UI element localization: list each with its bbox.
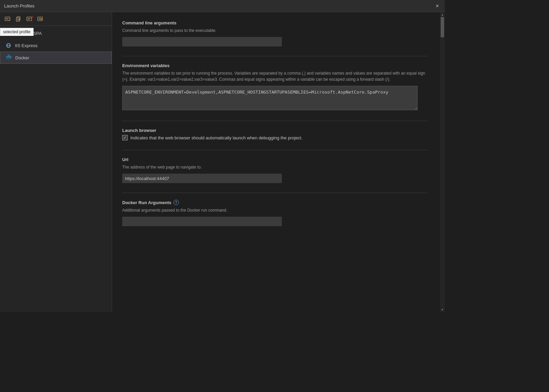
command-line-args-input[interactable] (122, 37, 282, 46)
docker-run-args-title: Docker Run Arguments (122, 200, 171, 205)
docker-run-args-help-icon[interactable]: ? (173, 200, 179, 205)
svg-rect-20 (6, 56, 8, 57)
svg-rect-22 (8, 55, 10, 56)
section-command-line-args: Command line arguments Command line argu… (122, 20, 428, 46)
launch-browser-title: Launch browser (122, 128, 428, 133)
scrollbar-track[interactable]: ▲ ▼ (440, 12, 445, 312)
section-env-vars: Environment variables The environment va… (122, 63, 428, 111)
command-line-args-title: Command line arguments (122, 20, 428, 25)
profile-list: Projects_SPA IIS Express (0, 26, 112, 312)
url-desc: The address of the web page to navigate … (122, 164, 428, 170)
svg-rect-21 (8, 56, 10, 57)
env-vars-textarea[interactable] (122, 86, 418, 110)
command-line-args-desc: Command line arguments to pass to the ex… (122, 27, 428, 34)
window-title: Launch Profiles (4, 3, 35, 8)
add-profile-button[interactable]: + (3, 15, 12, 23)
copy-profile-button[interactable] (14, 15, 23, 23)
divider-1 (122, 56, 428, 56)
divider-3 (122, 150, 428, 150)
docker-run-args-desc: Additional arguments passed to the Docke… (122, 207, 428, 213)
env-vars-title: Environment variables (122, 63, 428, 68)
section-launch-browser: Launch browser Indicates that the web br… (122, 128, 428, 140)
divider-4 (122, 193, 428, 193)
url-input[interactable] (122, 174, 282, 183)
svg-text:+: + (8, 19, 10, 22)
scrollbar-down-arrow[interactable]: ▼ (440, 307, 445, 312)
tooltip-selected-profile: selected profile (0, 28, 34, 36)
url-title: Url (122, 157, 428, 162)
globe-icon (5, 42, 12, 48)
profile-label-docker: Docker (15, 55, 29, 60)
move-profile-button[interactable] (35, 15, 45, 23)
section-docker-run-args: Docker Run Arguments ? Additional argume… (122, 200, 428, 226)
profile-item-docker[interactable]: Docker (0, 52, 112, 64)
sidebar: + (0, 12, 112, 312)
scrollbar-up-arrow[interactable]: ▲ (440, 12, 445, 17)
divider-2 (122, 121, 428, 121)
scrollbar-thumb[interactable] (441, 17, 444, 37)
close-button[interactable]: × (434, 3, 441, 9)
section-url: Url The address of the web page to navig… (122, 157, 428, 183)
docker-icon (6, 55, 12, 61)
content-panel: ▲ ▼ Command line arguments Command line … (112, 12, 445, 312)
toolbar: + (0, 12, 112, 26)
launch-browser-checkbox[interactable] (122, 135, 128, 140)
svg-rect-8 (27, 17, 32, 21)
profile-label-iis-express: IIS Express (15, 43, 37, 48)
profile-item-iis-express[interactable]: IIS Express (0, 39, 112, 52)
svg-rect-11 (38, 17, 42, 21)
docker-run-args-input[interactable] (122, 217, 282, 226)
launch-browser-label: Indicates that the web browser should au… (130, 135, 303, 140)
main-layout: + (0, 12, 445, 312)
env-vars-desc: The environment variables to set prior t… (122, 70, 428, 82)
delete-profile-button[interactable] (24, 15, 34, 23)
title-bar: Launch Profiles × (0, 0, 445, 12)
launch-browser-checkbox-row: Indicates that the web browser should au… (122, 135, 428, 140)
svg-rect-5 (16, 18, 19, 21)
